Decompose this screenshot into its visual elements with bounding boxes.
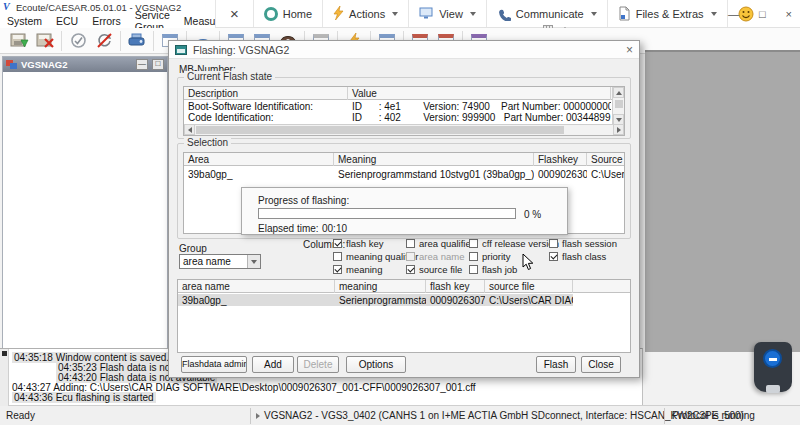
progress-bar [258, 208, 516, 219]
close-dialog-button[interactable]: Close [581, 356, 621, 373]
progress-title: Progress of flashing: [258, 195, 349, 206]
column-blank [573, 280, 630, 293]
menu-system[interactable]: System [7, 15, 42, 27]
checkbox-flash-key[interactable]: flash key [333, 238, 384, 249]
group-dropdown[interactable]: area name [179, 254, 261, 269]
status-ready: Ready [6, 410, 35, 421]
flash-state-table: Description Value Boot-Software Identifi… [183, 86, 625, 136]
tree-minimize-button[interactable]: — [136, 59, 148, 70]
column-area[interactable]: Area [184, 153, 334, 166]
column-flashkey[interactable]: Flashkey [534, 153, 587, 166]
app-logo-icon: V [3, 1, 10, 12]
horizontal-scrollbar[interactable] [184, 124, 624, 135]
window-controls: — □ × [728, 8, 792, 20]
ribbon-toolbar: × Home Actions View Communicate Files & … [215, 0, 764, 27]
flash-button[interactable]: Flash [536, 356, 576, 373]
checkbox-meaning[interactable]: meaning [333, 264, 382, 275]
close-icon: × [226, 5, 243, 22]
flash-jobs-table: area name meaning flash key source file … [177, 279, 631, 353]
close-button[interactable]: × [786, 8, 792, 20]
mouse-cursor [522, 254, 534, 271]
table-cell[interactable]: C:\Users\CAR DIAG SOFT... [485, 295, 573, 306]
options-button[interactable]: Options [346, 356, 406, 373]
ribbon-actions-button[interactable]: Actions [322, 0, 408, 27]
column-meaning[interactable]: meaning [335, 280, 426, 293]
delete-flash-data-icon[interactable] [32, 30, 58, 52]
sdconnect-device-icon[interactable] [754, 342, 792, 392]
checkbox-area-name: area name [406, 251, 464, 262]
checkbox-cff-release-version[interactable]: cff release version [469, 238, 559, 249]
chevron-down-icon [591, 12, 597, 16]
menu-ecu[interactable]: ECU [56, 15, 78, 27]
application-window: V Ecoute/CAESAR.05.01.01 - VGSNAG2 Syste… [0, 0, 800, 425]
toolbar-separator [61, 31, 62, 51]
phone-icon [497, 7, 511, 21]
dialog-titlebar[interactable]: Flashing: VGSNAG2 × [169, 41, 639, 59]
table-cell[interactable]: ID : 4e1 Version: 74900 Part Number: 000… [348, 101, 611, 112]
ribbon-home-button[interactable]: Home [253, 0, 322, 27]
refresh-disabled-icon[interactable] [91, 30, 117, 52]
table-header: Description Value [184, 87, 624, 100]
chevron-down-icon [251, 260, 257, 264]
scroll-down-icon [616, 118, 622, 122]
check-ok-icon[interactable] [65, 30, 91, 52]
table-cell[interactable]: Serienprogrammstand 10stvg01 (39ba0gp_) [334, 169, 534, 180]
home-icon [264, 7, 278, 21]
maximize-button[interactable]: □ [759, 8, 766, 20]
table-row[interactable]: 39ba0gp_ [178, 295, 335, 306]
status-protocol: Protocol is running [672, 410, 755, 421]
column-source-file[interactable]: source file [485, 280, 573, 293]
tree-window-titlebar[interactable]: VGSNAG2 — □ [3, 57, 167, 72]
column-meaning[interactable]: Meaning [334, 153, 534, 166]
add-button[interactable]: Add [252, 356, 294, 373]
table-cell[interactable]: ID : 402 Version: 999900 Part Number: 00… [348, 112, 611, 123]
scroll-left-icon [188, 127, 192, 133]
checkbox-flash-class[interactable]: flash class [549, 251, 606, 262]
ribbon-view-button[interactable]: View [408, 0, 486, 27]
table-cell[interactable]: Serienprogrammstand10stvg... [335, 295, 426, 306]
column-area-name[interactable]: area name [178, 280, 335, 293]
checkbox-flash-job[interactable]: flash job [469, 264, 517, 275]
dropdown-arrow-button[interactable] [247, 255, 260, 268]
device-status-icon [763, 349, 782, 368]
monitor-icon [419, 7, 434, 20]
table-row[interactable]: 39ba0gp_ [184, 169, 334, 180]
delete-button[interactable]: Delete [297, 356, 339, 373]
chevron-down-icon [392, 12, 398, 16]
vertical-scrollbar[interactable] [612, 87, 624, 125]
menu-errors[interactable]: Errors [92, 15, 121, 27]
printer-icon[interactable] [124, 30, 150, 52]
dialog-close-button[interactable]: × [626, 43, 633, 57]
chevron-down-icon [470, 12, 476, 16]
progress-dialog: Progress of flashing: 0 % Elapsed time: … [241, 187, 568, 235]
file-icon [618, 6, 631, 21]
scroll-right-icon [617, 127, 621, 133]
flashdata-administration-button[interactable]: Flashdata administration [181, 356, 247, 373]
tree: System: VGSNAG2 ECUs VGSNAG2 - VGS3_0402… [3, 72, 167, 76]
minimize-button[interactable]: — [728, 8, 739, 20]
table-cell[interactable]: C:\Users\CA [587, 169, 624, 180]
table-row[interactable]: Code Identification: [184, 112, 348, 123]
tree-maximize-button[interactable]: □ [152, 59, 164, 70]
ribbon-files-extras-button[interactable]: Files & Extras [607, 0, 727, 27]
log-dock-strip[interactable] [0, 349, 9, 406]
column-description[interactable]: Description [184, 87, 348, 100]
table-cell[interactable]: 0009026307_001 [534, 169, 587, 180]
table-header: Area Meaning Flashkey Source [184, 153, 624, 166]
toolbar-separator [120, 31, 121, 51]
checkbox-area-qualifier[interactable]: area qualifier [406, 238, 474, 249]
table-row[interactable]: Boot-Software Identification: [184, 101, 348, 112]
ribbon-close-button[interactable]: × [215, 0, 253, 27]
log-line: 04:43:36 Ecu flashing is started [12, 392, 156, 403]
checkbox-source-file[interactable]: source file [406, 264, 462, 275]
column-flash-key[interactable]: flash key [426, 280, 485, 293]
save-flash-data-icon[interactable] [6, 30, 32, 52]
lightning-icon [333, 6, 344, 21]
ribbon-communicate-button[interactable]: Communicate [486, 0, 607, 27]
column-source[interactable]: Source [587, 153, 624, 166]
status-separator [664, 408, 665, 424]
column-value[interactable]: Value [348, 87, 611, 100]
table-cell[interactable]: 0009026307_001 [426, 295, 485, 306]
checkbox-flash-session[interactable]: flash session [549, 238, 617, 249]
checkbox-priority[interactable]: priority [469, 251, 511, 262]
